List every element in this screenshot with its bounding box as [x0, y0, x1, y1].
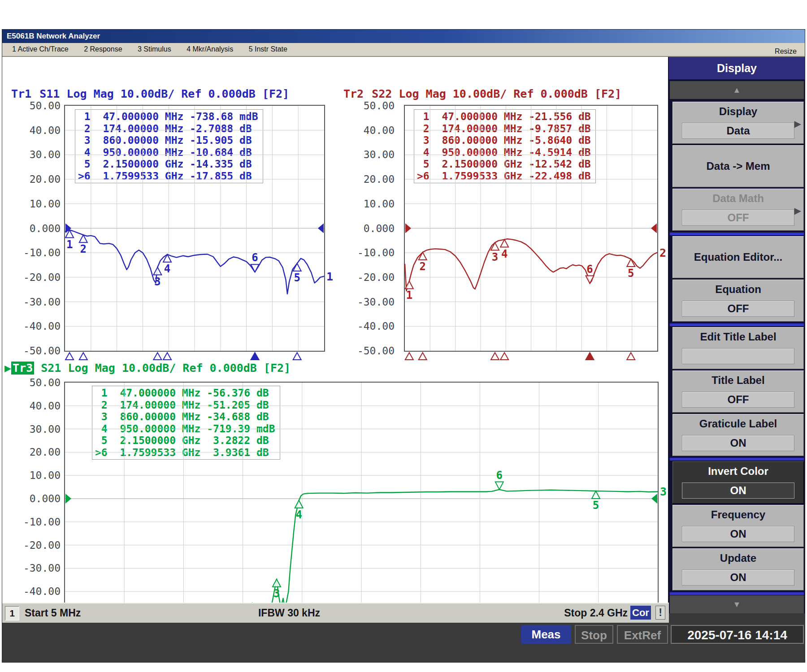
warning-badge: ! — [655, 606, 665, 620]
y-tick-label: -40.00 — [13, 586, 61, 597]
y-tick-label: -20.00 — [13, 539, 61, 551]
marker-5-symbol — [627, 259, 635, 267]
marker-4-symbol — [295, 500, 303, 508]
menu-instr-state[interactable]: 5 Instr State — [245, 45, 291, 53]
stimulus-marker-symbol — [586, 353, 594, 360]
stimulus-marker-symbol — [293, 353, 301, 360]
sidebar-filler — [669, 613, 805, 623]
trace-format-text: S11 Log Mag 10.00dB/ Ref 0.000dB [F2] — [33, 87, 289, 100]
y-tick-label: 10.00 — [13, 470, 61, 481]
softkey-data-math: Data Math OFF ▶ — [672, 189, 804, 231]
y-tick-label: -10.00 — [344, 247, 395, 258]
menu-stimulus[interactable]: 3 Stimulus — [134, 45, 175, 53]
tr2-plot: 1 47.000000 MHz -21.556 dB 2 174.00000 M… — [405, 106, 657, 351]
stop-frequency-label: Stop 2.4 GHz — [564, 607, 628, 619]
softkey-scroll-up[interactable]: ▲ — [670, 81, 804, 99]
stimulus-marker-symbol — [419, 353, 427, 360]
stimulus-marker-symbol — [405, 353, 413, 360]
submenu-arrow-icon: ▶ — [794, 118, 801, 129]
analyzer-window: E5061B Network Analyzer 1 Active Ch/Trac… — [2, 30, 805, 662]
marker-2-symbol — [419, 252, 427, 260]
y-tick-label: 0.000 — [13, 493, 61, 504]
softkey-equation-editor[interactable]: Equation Editor... — [672, 236, 804, 278]
y-tick-label: 50.00 — [13, 100, 61, 112]
tr1-chart-svg: 1234561 — [65, 106, 324, 351]
scroll-down-icon: ▼ — [733, 600, 741, 609]
stimulus-marker-symbol — [627, 353, 635, 360]
ref-level-right-arrow-icon — [651, 224, 657, 233]
softkey-scroll-down[interactable]: ▼ — [670, 595, 804, 613]
marker-4-label: 4 — [501, 248, 508, 260]
status-bar: 1 Start 5 MHz IFBW 30 kHz Stop 2.4 GHz C… — [2, 603, 669, 623]
y-tick-label: -50.00 — [344, 345, 395, 357]
window-title: E5061B Network Analyzer — [7, 32, 100, 40]
tr2-y-axis-labels: 50.0040.0030.0020.0010.000.000-10.00-20.… — [344, 106, 395, 351]
trace-name-badge[interactable]: Tr1 — [10, 87, 33, 100]
ifbw-label: IFBW 30 kHz — [244, 607, 334, 619]
y-tick-label: 30.00 — [13, 149, 61, 160]
softkey-frequency[interactable]: Frequency ON — [672, 505, 804, 547]
softkey-display[interactable]: Display Data ▶ — [672, 102, 804, 144]
menu-mkr-analysis[interactable]: 4 Mkr/Analysis — [183, 45, 237, 53]
softkey-display-value: Data — [682, 123, 794, 139]
y-tick-label: 50.00 — [344, 100, 395, 112]
softkey-update-value: ON — [682, 569, 794, 586]
marker-6-symbol — [495, 482, 503, 490]
marker-4-label: 4 — [295, 508, 302, 521]
measurement-screen: Tr1 S11 Log Mag 10.00dB/ Ref 0.000dB [F2… — [2, 57, 669, 603]
marker-4-symbol — [500, 240, 508, 247]
y-tick-label: 40.00 — [13, 400, 61, 412]
marker-6-label: 6 — [496, 469, 503, 482]
softkey-data-math-value: OFF — [682, 210, 794, 226]
softkey-title-label[interactable]: Title Label OFF — [672, 370, 804, 413]
ref-level-right-arrow-icon — [318, 224, 324, 233]
trace-end-number: 1 — [326, 270, 333, 283]
menu-resize[interactable]: Resize — [771, 47, 800, 56]
y-tick-label: -50.00 — [13, 345, 61, 357]
tr2-chart-svg: 1234562 — [405, 106, 657, 351]
softkey-edit-title-value — [682, 348, 794, 364]
sweep-stop-badge: Stop — [575, 625, 613, 644]
window-titlebar[interactable]: E5061B Network Analyzer — [2, 30, 805, 43]
y-tick-label: 30.00 — [13, 423, 61, 435]
marker-3-label: 3 — [154, 276, 161, 288]
softkey-menu-title: Display — [669, 57, 805, 79]
softkey-separator — [670, 592, 804, 595]
y-tick-label: -30.00 — [13, 296, 61, 308]
y-tick-label: 40.00 — [344, 125, 395, 136]
trace-end-number: 2 — [659, 246, 666, 259]
y-tick-label: 20.00 — [13, 173, 61, 185]
marker-2-label: 2 — [80, 243, 87, 255]
tr3-chart-svg: 34563 — [65, 383, 658, 615]
trace-name-badge[interactable]: Tr3 — [11, 362, 34, 375]
datetime-display: 2025-07-16 14:14 — [671, 625, 804, 644]
y-tick-label: 0.000 — [344, 223, 395, 234]
softkey-invert-color[interactable]: Invert Color ON — [672, 461, 804, 504]
trace-format-text: S22 Log Mag 10.00dB/ Ref 0.000dB [F2] — [365, 87, 621, 100]
marker-5-label: 5 — [628, 267, 634, 280]
softkey-update[interactable]: Update ON — [672, 548, 804, 590]
trace-name-badge[interactable]: Tr2 — [342, 87, 365, 100]
softkey-graticule-label[interactable]: Graticule Label ON — [672, 414, 804, 456]
ref-level-left-arrow-icon — [405, 224, 411, 233]
menu-active-ch-trace[interactable]: 1 Active Ch/Trace — [9, 45, 72, 53]
marker-3-label: 3 — [492, 251, 498, 263]
tr1-plot: 1 47.000000 MHz -738.68 mdB 2 174.00000 … — [65, 106, 324, 351]
marker-6-label: 6 — [252, 251, 258, 264]
tr2-header: Tr2 S22 Log Mag 10.00dB/ Ref 0.000dB [F2… — [342, 87, 621, 101]
y-tick-label: -30.00 — [344, 296, 395, 308]
channel-number-box: 1 — [5, 606, 19, 620]
softkey-equation[interactable]: Equation OFF — [672, 280, 804, 322]
menu-response[interactable]: 2 Response — [80, 45, 126, 53]
y-tick-label: 20.00 — [13, 446, 61, 458]
marker-3-symbol — [491, 243, 499, 250]
y-tick-label: 50.00 — [13, 377, 61, 388]
y-tick-label: -10.00 — [13, 247, 61, 258]
softkey-data-to-mem[interactable]: Data -> Mem — [672, 145, 804, 187]
stimulus-marker-symbol — [491, 353, 499, 360]
softkey-edit-title-label[interactable]: Edit Title Label — [672, 327, 804, 369]
ref-level-left-arrow-icon — [65, 494, 71, 504]
extref-badge: ExtRef — [617, 625, 668, 644]
softkey-frequency-value: ON — [682, 526, 794, 542]
softkey-equation-value: OFF — [682, 301, 794, 317]
